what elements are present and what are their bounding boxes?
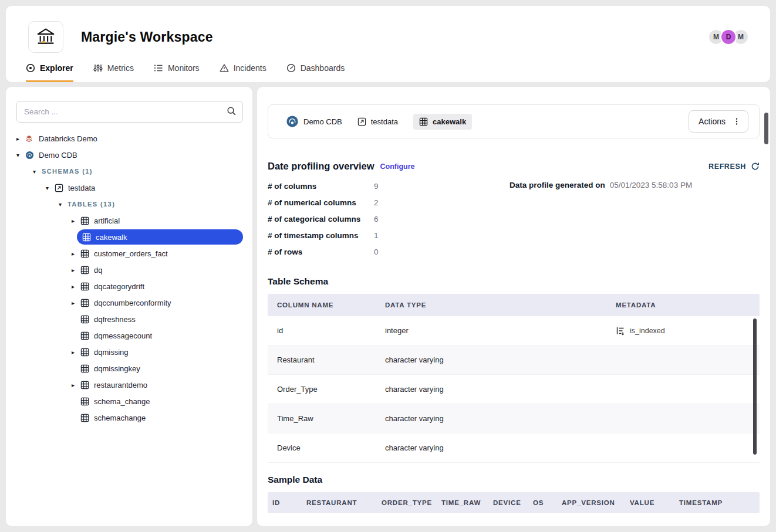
- table-icon: [80, 331, 90, 340]
- caret-down-icon[interactable]: ▾: [59, 201, 68, 208]
- postgres-icon: [25, 151, 35, 160]
- tree-item-dqmissing[interactable]: ▸ dqmissing: [6, 344, 252, 360]
- tree-item-label: dqmissing: [94, 348, 129, 357]
- search-input[interactable]: [16, 101, 243, 123]
- tree-item-artificial[interactable]: ▸ artificial: [6, 212, 252, 229]
- caret-right-icon[interactable]: ▸: [72, 218, 80, 224]
- stat-label: # of numerical columns: [268, 198, 374, 207]
- tree-item-restaurantdemo[interactable]: ▸ restaurantdemo: [6, 377, 252, 393]
- table-row[interactable]: Time_Raw character varying: [268, 404, 760, 433]
- stat-label: # of timestamp columns: [268, 231, 374, 240]
- caret-right-icon[interactable]: ▸: [72, 267, 80, 273]
- header-top: Margie's Workspace M D M: [6, 6, 770, 55]
- table-scrollbar-thumb[interactable]: [753, 318, 757, 455]
- tree-item-label: Demo CDB: [39, 151, 77, 160]
- stat-value: 2: [374, 198, 379, 207]
- breadcrumb-testdata[interactable]: testdata: [357, 117, 398, 126]
- column-header: ID: [272, 499, 306, 506]
- kebab-menu-icon: [733, 117, 741, 126]
- metadata-label: is_indexed: [630, 327, 665, 335]
- breadcrumb-demo-cdb[interactable]: Demo CDB: [286, 115, 342, 128]
- tab-explorer[interactable]: Explorer: [26, 55, 73, 82]
- table-row[interactable]: Restaurant character varying: [268, 345, 760, 375]
- table-schema: COLUMN NAME DATA TYPE METADATA id intege…: [268, 294, 760, 463]
- tree-group-schemas[interactable]: ▾ SCHEMAS (1): [6, 163, 252, 179]
- dashboards-icon: [286, 63, 296, 73]
- caret-right-icon[interactable]: ▸: [16, 135, 25, 142]
- tree-item-cakewalk-selected[interactable]: cakewalk: [77, 229, 243, 245]
- catalog-tree: ▸ Databricks Demo ▾ Demo CDB ▾ SCHEMAS (…: [6, 130, 252, 426]
- table-icon: [80, 315, 90, 324]
- breadcrumb-cakewalk[interactable]: cakewalk: [413, 114, 472, 130]
- tree-item-label: dqccnumberconformity: [94, 299, 171, 307]
- tree-group-tables[interactable]: ▾ TABLES (13): [6, 196, 252, 212]
- tab-label: Explorer: [40, 63, 73, 73]
- stat-row: # of rows 0: [268, 243, 760, 260]
- tab-dashboards[interactable]: Dashboards: [286, 55, 345, 82]
- caret-right-icon[interactable]: ▸: [72, 382, 80, 388]
- column-header: VALUE: [630, 499, 679, 506]
- databricks-icon: [25, 135, 35, 143]
- table-icon: [419, 117, 428, 126]
- caret-right-icon[interactable]: ▸: [72, 283, 80, 290]
- stat-label: # of rows: [268, 248, 374, 256]
- table-icon: [80, 364, 90, 373]
- configure-link[interactable]: Configure: [380, 162, 415, 171]
- tree-item-dqfreshness[interactable]: dqfreshness: [6, 311, 252, 327]
- table-icon: [80, 299, 90, 307]
- tree-item-schemachange[interactable]: schemachange: [6, 409, 252, 426]
- main-scrollbar-thumb[interactable]: [764, 113, 768, 144]
- actions-button[interactable]: Actions: [689, 110, 748, 133]
- section-title: Date profiling overview: [268, 161, 374, 172]
- caret-down-icon[interactable]: ▾: [46, 185, 55, 191]
- stat-row: # of categorical columns 6: [268, 211, 760, 227]
- tree-item-dqmessagecount[interactable]: dqmessagecount: [6, 327, 252, 344]
- tree-item-databricks-demo[interactable]: ▸ Databricks Demo: [6, 130, 252, 147]
- refresh-button[interactable]: REFRESH: [708, 162, 760, 171]
- cell-data-type: character varying: [385, 385, 616, 394]
- cell-data-type: character varying: [385, 355, 616, 364]
- tab-metrics[interactable]: Metrics: [93, 55, 134, 82]
- avatar[interactable]: D: [720, 29, 737, 45]
- tab-label: Dashboards: [301, 63, 345, 73]
- caret-down-icon[interactable]: ▾: [16, 152, 25, 158]
- tree-item-dq[interactable]: ▸ dq: [6, 262, 252, 278]
- column-header: ORDER_TYPE: [382, 499, 441, 506]
- tab-monitors[interactable]: Monitors: [154, 55, 200, 82]
- table-row[interactable]: Order_Type character varying: [268, 375, 760, 404]
- metrics-icon: [93, 63, 103, 73]
- tree-item-dqccnumberconformity[interactable]: ▸ dqccnumberconformity: [6, 294, 252, 311]
- column-header: DEVICE: [493, 499, 533, 506]
- profiling-stats: # of columns 9 # of numerical columns 2 …: [268, 178, 760, 260]
- stat-row: # of numerical columns 2: [268, 194, 760, 211]
- tree-item-schema-change[interactable]: schema_change: [6, 393, 252, 409]
- caret-right-icon[interactable]: ▸: [72, 349, 80, 355]
- table-row[interactable]: Device character varying: [268, 433, 760, 463]
- tree-item-demo-cdb[interactable]: ▾ Demo CDB: [6, 147, 252, 163]
- column-header: OS: [533, 499, 562, 506]
- caret-down-icon[interactable]: ▾: [33, 168, 42, 175]
- tree-item-label: dqfreshness: [94, 315, 136, 324]
- tree-item-label: schema_change: [94, 397, 150, 406]
- tree-item-dqcategorydrift[interactable]: ▸ dqcategorydrift: [6, 278, 252, 294]
- caret-right-icon[interactable]: ▸: [72, 300, 80, 306]
- breadcrumb-label: Demo CDB: [303, 117, 342, 126]
- tree-item-label: testdata: [68, 184, 95, 192]
- table-row[interactable]: id integer is_indexed: [268, 316, 760, 345]
- tree-item-label: dqcategorydrift: [94, 282, 144, 291]
- table-icon: [80, 282, 90, 291]
- tree-item-dqmissingkey[interactable]: dqmissingkey: [6, 360, 252, 377]
- tree-item-testdata[interactable]: ▾ testdata: [6, 179, 252, 196]
- tab-incidents[interactable]: Incidents: [220, 55, 266, 82]
- tree-item-label: restaurantdemo: [94, 381, 147, 389]
- table-schema-title: Table Schema: [268, 276, 760, 287]
- tree-item-customer-orders-fact[interactable]: ▸ customer_orders_fact: [6, 245, 252, 262]
- profiling-section-header: Date profiling overview Configure REFRES…: [268, 161, 760, 172]
- tab-label: Monitors: [168, 63, 200, 73]
- tree-item-label: schemachange: [94, 414, 146, 422]
- stat-row: # of timestamp columns 1: [268, 227, 760, 243]
- table-icon: [80, 249, 90, 258]
- tab-label: Metrics: [107, 63, 134, 73]
- caret-right-icon[interactable]: ▸: [72, 250, 80, 257]
- cell-column-name: Order_Type: [268, 385, 385, 394]
